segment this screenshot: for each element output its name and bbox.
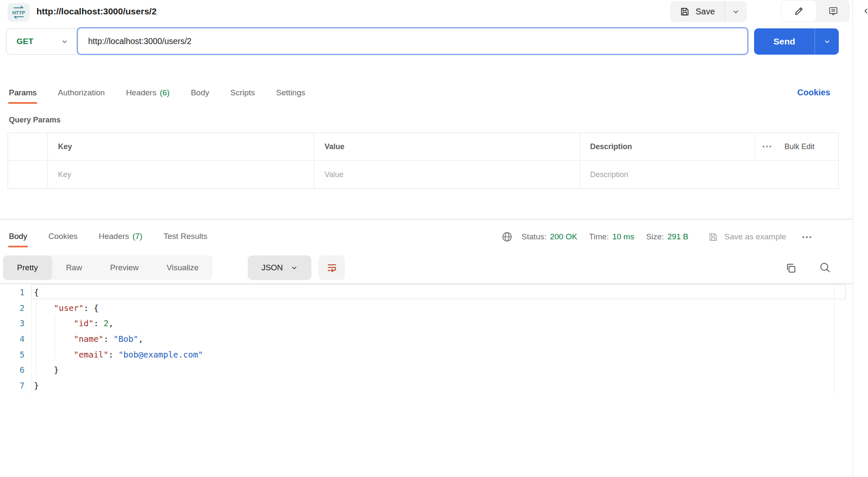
svg-text:HTTP: HTTP <box>12 10 25 15</box>
search-response-button[interactable] <box>818 261 831 274</box>
tab-label: Visualize <box>166 263 199 272</box>
url-input[interactable] <box>77 27 749 55</box>
time-value: 10 ms <box>612 232 634 241</box>
code-line: 1{ <box>0 285 203 300</box>
tab-headers[interactable]: Headers(6) <box>126 88 169 97</box>
edit-button[interactable] <box>781 0 817 22</box>
query-params-header-row: Key Value Description ••• Bulk Edit <box>8 133 838 161</box>
response-tabs: BodyCookiesHeaders(7)Test Results <box>9 228 208 245</box>
tab-label: Params <box>9 88 36 97</box>
tab-count-badge: (7) <box>133 232 142 241</box>
tab-label: Preview <box>110 263 139 272</box>
response-status-bar: Status: 200 OK Time: 10 ms Size: 291 B S… <box>501 230 813 243</box>
search-icon <box>818 261 831 274</box>
right-rail-divider <box>852 0 853 477</box>
line-number: 1 <box>0 288 25 297</box>
request-response-divider <box>0 219 852 220</box>
cookies-link[interactable]: Cookies <box>797 88 830 97</box>
tab-pretty[interactable]: Pretty <box>3 255 52 280</box>
response-more-options-icon[interactable]: ••• <box>802 233 813 241</box>
save-button[interactable]: Save <box>670 1 724 22</box>
copy-icon <box>785 262 797 275</box>
chevron-down-icon <box>61 38 68 45</box>
key-column-header: Key <box>48 133 314 160</box>
value-input[interactable]: Value <box>314 161 580 189</box>
line-content: } <box>25 365 59 375</box>
line-content: } <box>25 381 39 391</box>
tab-visualize[interactable]: Visualize <box>153 255 213 280</box>
request-title: http://localhost:3000/users/2 <box>36 6 157 17</box>
editor-scroll-divider <box>834 284 835 396</box>
code-line: 6 } <box>0 362 203 378</box>
line-content: "user": { <box>25 303 99 313</box>
format-select-value: JSON <box>261 263 283 272</box>
copy-response-button[interactable] <box>785 262 797 275</box>
send-button-label: Send <box>774 36 795 47</box>
wrap-lines-button[interactable] <box>319 255 345 280</box>
save-options-button[interactable] <box>725 1 747 22</box>
tab-label: Test Results <box>164 232 207 241</box>
http-request-icon: HTTP <box>8 3 30 22</box>
line-number: 2 <box>0 303 25 313</box>
line-content: "name": "Bob", <box>25 334 143 344</box>
value-column-header: Value <box>314 133 580 160</box>
tab-label: Pretty <box>17 263 38 272</box>
tab-test-results[interactable]: Test Results <box>164 232 207 241</box>
comment-icon <box>828 6 839 17</box>
chevron-down-icon <box>291 264 298 272</box>
size-label: Size: <box>646 232 664 241</box>
tab-scripts[interactable]: Scripts <box>230 88 255 97</box>
globe-icon <box>501 231 513 243</box>
tab-body[interactable]: Body <box>191 88 209 97</box>
description-column-header: Description <box>580 133 755 160</box>
save-as-example-label: Save as example <box>724 232 786 241</box>
send-options-button[interactable] <box>815 28 839 55</box>
line-number: 4 <box>0 334 25 344</box>
row-select-cell <box>8 161 48 189</box>
tab-params[interactable]: Params <box>9 88 36 97</box>
code-line: 7} <box>0 378 203 394</box>
key-input[interactable]: Key <box>48 161 314 189</box>
tab-headers[interactable]: Headers(7) <box>99 232 142 241</box>
tab-body[interactable]: Body <box>9 232 27 241</box>
line-number: 3 <box>0 319 25 328</box>
code-line: 2 "user": { <box>0 300 203 316</box>
save-icon <box>679 6 690 17</box>
tab-label: Cookies <box>48 232 78 241</box>
chevron-down-icon <box>732 8 740 16</box>
tab-cookies[interactable]: Cookies <box>48 232 78 241</box>
time-label: Time: <box>589 232 609 241</box>
tab-preview[interactable]: Preview <box>96 255 153 280</box>
format-select[interactable]: JSON <box>248 255 311 280</box>
bulk-edit-header-cell: ••• Bulk Edit <box>755 133 838 160</box>
line-number: 7 <box>0 381 25 391</box>
tab-label: Body <box>191 88 209 97</box>
tab-authorization[interactable]: Authorization <box>58 88 105 97</box>
query-params-input-row: Key Value Description <box>8 161 838 189</box>
line-content: "email": "bob@example.com" <box>25 350 203 360</box>
method-select[interactable]: GET <box>6 28 78 55</box>
bulk-edit-button[interactable]: Bulk Edit <box>785 142 815 151</box>
save-as-example-button[interactable]: Save as example <box>708 232 786 242</box>
tab-label: Headers <box>99 232 129 241</box>
comment-button[interactable] <box>817 0 850 22</box>
method-label: GET <box>17 37 33 46</box>
pencil-icon <box>793 6 804 17</box>
query-params-title: Query Params <box>9 116 61 125</box>
send-button[interactable]: Send <box>754 28 815 55</box>
tab-label: Settings <box>276 88 305 97</box>
line-content: { <box>25 288 39 297</box>
tab-label: Body <box>9 232 27 241</box>
tab-settings[interactable]: Settings <box>276 88 305 97</box>
more-options-icon[interactable]: ••• <box>763 143 773 150</box>
code-lines[interactable]: 1{2 "user": {3 "id": 2,4 "name": "Bob",5… <box>0 285 203 394</box>
tab-raw[interactable]: Raw <box>52 255 96 280</box>
tab-count-badge: (6) <box>160 88 169 97</box>
save-button-group: Save <box>670 1 747 22</box>
query-params-table: Key Value Description ••• Bulk Edit Key … <box>8 133 839 189</box>
description-input[interactable]: Description <box>580 161 838 189</box>
tab-label: Headers <box>126 88 156 97</box>
tab-label: Scripts <box>230 88 255 97</box>
tab-label: Raw <box>66 263 82 272</box>
collapse-sidebar-button[interactable] <box>862 6 868 16</box>
